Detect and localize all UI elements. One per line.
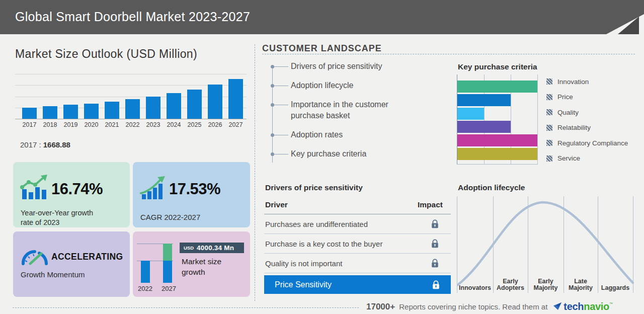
landscape-item-4: Adoption rates <box>262 129 413 140</box>
landscape-item-label: Importance in the customer purchase bask… <box>291 99 413 121</box>
legend-label: Regulatory Compliance <box>557 139 628 147</box>
list-connector-line <box>274 105 288 105</box>
lifecycle-gridline <box>598 196 598 293</box>
footer-divider <box>13 307 359 308</box>
landscape-item-label: Adoption lifecycle <box>291 80 354 91</box>
market-size-bar-2021 <box>105 102 119 119</box>
market-size-bar-2023 <box>146 97 160 119</box>
brand-tech: tech <box>564 301 584 312</box>
lifecycle-gridline <box>528 196 528 293</box>
landscape-item-3: Importance in the customer purchase bask… <box>262 99 413 121</box>
lock-icon <box>431 239 439 248</box>
year-label: 2023 <box>146 121 160 128</box>
list-bullet-icon <box>271 84 274 88</box>
list-connector-line <box>274 86 288 86</box>
yoy-growth-value: 16.74% <box>51 180 103 198</box>
report-count: 17000+ <box>366 302 395 312</box>
market-size-growth-card: 2022 2027 USD 4000.34 Mn Market size gro… <box>133 231 250 297</box>
year-label: 2018 <box>43 121 57 128</box>
mini-year-start: 2022 <box>138 285 152 292</box>
chart-gridline <box>15 74 247 74</box>
year-label: 2017 <box>23 121 37 128</box>
market-size-bar-2019 <box>63 105 78 119</box>
rising-bars-arrow-icon <box>140 176 167 199</box>
mini-bar-2022 <box>141 261 150 283</box>
stage-label-4: Late Majority <box>569 278 593 292</box>
year-label: 2025 <box>188 121 202 128</box>
price-sensitivity-title: Drivers of price sensitivity <box>265 183 363 192</box>
hatch-swatch-icon <box>546 125 552 131</box>
market-size-year-labels: 2017201820192020202120222023202420252026… <box>15 121 247 129</box>
customer-landscape-underline <box>262 54 635 54</box>
driver-row-2: Purchase is a key cost to the buyer <box>264 234 451 254</box>
list-connector-line <box>274 154 288 154</box>
adoption-lifecycle-title: Adoption lifecycle <box>458 183 525 192</box>
driver-row-3: Quality is not important <box>264 254 451 273</box>
brand-trademark: ™ <box>609 302 613 305</box>
badge-currency: USD <box>184 245 194 251</box>
lock-icon <box>431 219 439 228</box>
mini-bar-2027-base <box>163 261 172 283</box>
table-rows: Purchases are undifferentiated Purchase … <box>264 214 451 273</box>
market-size-bar-2025 <box>187 90 202 119</box>
market-size-outlook-title: Market Size Outlook (USD Million) <box>15 47 197 61</box>
page-curl-fold-icon <box>618 17 639 34</box>
hatch-swatch-icon <box>546 109 552 115</box>
legend-label: Service <box>557 154 580 162</box>
legend-label: Quality <box>557 109 579 116</box>
market-size-bar-2017 <box>22 108 37 119</box>
yoy-growth-label: Year-over-Year growth rate of 2023 <box>21 208 106 227</box>
base-year-value: 2017 :1668.88 <box>20 140 70 149</box>
driver-label: Purchases are undifferentiated <box>265 220 368 228</box>
market-size-bar-chart <box>15 74 247 119</box>
growth-momentum-card: ACCELERATING Growth Momentum <box>13 231 130 297</box>
technavio-logo[interactable]: technavio™ <box>553 301 613 312</box>
hatch-swatch-icon <box>546 94 552 100</box>
landscape-item-label: Drivers of price sensitivity <box>291 61 382 72</box>
year-label: 2024 <box>167 121 181 128</box>
momentum-label: Growth Momentum <box>21 270 85 280</box>
list-connector-line <box>274 135 288 135</box>
year-label: 2022 <box>126 121 140 128</box>
list-bullet-icon <box>271 65 274 68</box>
landscape-item-2: Adoption lifecycle <box>262 80 413 91</box>
speedometer-icon <box>20 245 49 266</box>
technavio-arrow-icon <box>553 302 562 310</box>
year-label: 2020 <box>85 121 99 128</box>
impact-lock <box>420 259 450 268</box>
yoy-growth-card: 16.74% Year-over-Year growth rate of 202… <box>13 162 130 227</box>
footer: 17000+ Reports covering niche topics. Re… <box>366 301 613 312</box>
price-sensitivity-table: Driver Impact Purchases are undifferenti… <box>264 198 451 294</box>
kpc-bar-service <box>457 148 537 160</box>
column-driver: Driver <box>265 200 288 209</box>
brand-navio: navio <box>584 301 609 312</box>
legend-item-5: Regulatory Compliance <box>546 139 628 146</box>
legend-item-1: Innovation <box>546 78 628 85</box>
page-title: Global Smart Doorbell Market 2023-2027 <box>15 0 250 33</box>
market-size-bar-2027 <box>228 79 243 119</box>
highlight-row-label: Price Sensitivity <box>275 280 332 289</box>
customer-landscape-list: Drivers of price sensitivityAdoption lif… <box>262 61 413 168</box>
market-size-bar-2026 <box>208 85 222 119</box>
impact-lock <box>420 219 450 228</box>
kpc-bar-quality <box>457 108 484 120</box>
stage-label-3: Early Majority <box>534 278 558 292</box>
lock-icon <box>431 259 439 268</box>
lifecycle-gridline <box>564 196 564 293</box>
market-size-bar-2022 <box>125 99 140 119</box>
hatch-swatch-icon <box>546 155 552 162</box>
legend-label: Relatability <box>557 124 591 131</box>
base-year-number: 1668.88 <box>43 140 70 149</box>
stage-label-5: Laggards <box>601 285 629 292</box>
badge-amount: 4000.34 Mn <box>197 244 234 252</box>
impact-lock <box>420 239 450 248</box>
driver-label: Quality is not important <box>265 259 342 268</box>
year-label: 2027 <box>229 121 243 128</box>
price-sensitivity-highlight-row: Price Sensitivity <box>264 275 451 294</box>
mini-bar-2027-growth <box>163 244 172 261</box>
list-bullet-icon <box>271 152 274 156</box>
list-bullet-icon <box>271 103 274 107</box>
legend-label: Innovation <box>557 78 589 86</box>
legend-item-4: Relatability <box>546 124 628 131</box>
kpc-bar-regulatory-compliance <box>457 134 537 146</box>
